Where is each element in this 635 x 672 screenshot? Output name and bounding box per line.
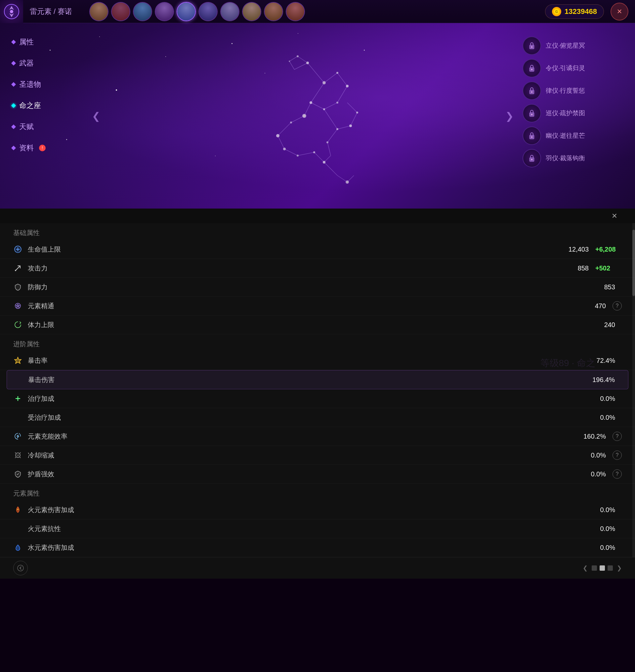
svg-line-8 — [337, 73, 347, 86]
char-avatar-8[interactable] — [242, 2, 261, 21]
char-avatar-7[interactable] — [220, 2, 239, 21]
sidebar-label-attributes: 属性 — [19, 37, 34, 47]
svg-line-17 — [298, 152, 314, 155]
svg-point-39 — [323, 108, 325, 110]
top-navigation: 雷元素 / 赛诺 — [0, 0, 635, 23]
page-dot-1[interactable] — [592, 565, 597, 571]
shield-help-button[interactable]: ? — [613, 469, 622, 479]
constellation-lock-1 — [523, 37, 541, 55]
page-dot-3[interactable] — [608, 565, 613, 571]
sidebar-label-constellation: 命之座 — [19, 101, 41, 110]
shield-value: 0.0% — [591, 470, 606, 478]
mastery-label: 元素精通 — [28, 301, 595, 311]
sidebar-item-weapon[interactable]: 武器 — [7, 54, 86, 72]
char-avatar-1[interactable] — [89, 2, 108, 21]
stats-row-stamina: 体力上限 240 — [0, 315, 635, 334]
critrate-value: 72.4% — [596, 357, 615, 364]
healing-icon — [13, 394, 22, 403]
stats-header: × — [0, 209, 635, 223]
constellation-label-3: 律仪·行度誓惩 — [546, 86, 585, 95]
svg-point-59 — [531, 46, 532, 48]
mastery-icon — [13, 301, 22, 311]
pagination-dots — [592, 565, 613, 571]
svg-line-24 — [347, 103, 357, 112]
sidebar-item-profile[interactable]: 资料 ! — [7, 139, 86, 157]
page-dot-2[interactable] — [599, 565, 605, 571]
constellation-btn-4[interactable]: 巡仪·疏护禁囹 — [523, 104, 628, 123]
critrate-label: 暴击率 — [28, 356, 596, 365]
char-avatar-2[interactable] — [111, 2, 130, 21]
svg-point-44 — [283, 148, 286, 150]
cooldown-value: 0.0% — [591, 451, 606, 459]
constellation-btn-5[interactable]: 幽仪·逝往星芒 — [523, 126, 628, 145]
pyro-res-label: 火元素抗性 — [28, 524, 600, 533]
svg-point-71 — [15, 270, 16, 271]
svg-line-26 — [289, 56, 298, 61]
defense-value: 853 — [604, 284, 615, 291]
constellation-btn-2[interactable]: 令仪·引谲归灵 — [523, 59, 628, 78]
svg-marker-73 — [15, 357, 21, 363]
stats-row-shield: 护盾强效 0.0% ? — [0, 465, 635, 484]
char-avatar-6[interactable] — [198, 2, 218, 21]
bottom-prev-button[interactable] — [13, 561, 28, 575]
char-avatar-3[interactable] — [133, 2, 152, 21]
nav-close-button[interactable]: × — [611, 3, 628, 21]
next-arrow[interactable]: ❯ — [503, 106, 516, 126]
stats-close-icon: × — [612, 211, 617, 221]
svg-point-75 — [18, 565, 23, 571]
char-avatar-10[interactable] — [286, 2, 305, 21]
char-avatar-4[interactable] — [155, 2, 174, 21]
breadcrumb: 雷元素 / 赛诺 — [23, 7, 83, 17]
svg-point-57 — [347, 182, 348, 183]
bottom-nav-left[interactable]: ❮ — [583, 564, 588, 572]
energy-value: 160.2% — [584, 433, 606, 440]
mastery-help-button[interactable]: ? — [613, 301, 622, 311]
healing-value: 0.0% — [600, 395, 615, 402]
currency-amount: 13239468 — [565, 7, 597, 16]
scrollbar[interactable] — [632, 223, 635, 557]
prev-arrow[interactable]: ❮ — [89, 106, 103, 126]
svg-line-6 — [308, 63, 324, 83]
svg-line-25 — [298, 56, 308, 63]
hydro-dmg-value: 0.0% — [600, 544, 615, 551]
constellation-btn-6[interactable]: 羽仪·裁落钩衡 — [523, 149, 628, 168]
svg-line-13 — [291, 116, 304, 123]
svg-line-29 — [324, 162, 337, 175]
energy-help-button[interactable]: ? — [613, 432, 622, 441]
constellation-label-4: 巡仪·疏护禁囹 — [546, 109, 585, 118]
svg-line-33 — [324, 109, 337, 129]
sidebar-item-attributes[interactable]: 属性 — [7, 33, 86, 51]
scrollbar-thumb[interactable] — [632, 230, 635, 296]
hp-value: 12,403 — [569, 246, 589, 253]
sidebar-item-talents[interactable]: 天赋 — [7, 118, 86, 136]
svg-line-21 — [327, 129, 337, 142]
char-avatar-9[interactable] — [264, 2, 283, 21]
main-area: 属性 武器 圣遗物 命之座 天赋 资料 ! ❮ — [0, 23, 635, 209]
sidebar-item-artifacts[interactable]: 圣遗物 — [7, 76, 86, 93]
svg-line-23 — [351, 112, 357, 126]
char-avatar-5-active[interactable] — [177, 2, 196, 21]
inhealing-value: 0.0% — [600, 414, 615, 421]
constellation-btn-3[interactable]: 律仪·行度誓惩 — [523, 81, 628, 100]
svg-line-30 — [337, 175, 347, 182]
cooldown-help-button[interactable]: ? — [613, 450, 622, 460]
svg-line-9 — [337, 86, 347, 103]
bottom-nav-right[interactable]: ❯ — [617, 564, 622, 572]
svg-point-49 — [336, 128, 338, 130]
stats-row-inhealing: 受治疗加成 0.0% — [0, 408, 635, 427]
currency-icon: G — [552, 7, 561, 16]
stats-row-hp: 生命值上限 12,403 +6,208 — [0, 240, 635, 259]
sidebar-item-constellation[interactable]: 命之座 — [7, 97, 86, 114]
stats-close-button[interactable]: × — [607, 209, 622, 223]
svg-point-55 — [324, 82, 325, 83]
svg-line-10 — [324, 103, 337, 109]
pyro-res-value: 0.0% — [600, 525, 615, 533]
section-elemental-title: 元素属性 — [0, 484, 635, 501]
sidebar-diamond-4-active — [11, 103, 16, 108]
constellation-lock-5 — [523, 126, 541, 145]
defense-icon — [13, 282, 22, 292]
cooldown-icon — [13, 450, 22, 460]
constellation-btn-1[interactable]: 立仪·俯览星冥 — [523, 37, 628, 55]
svg-point-38 — [336, 102, 338, 104]
pyro-dmg-label: 火元素伤害加成 — [28, 505, 600, 514]
